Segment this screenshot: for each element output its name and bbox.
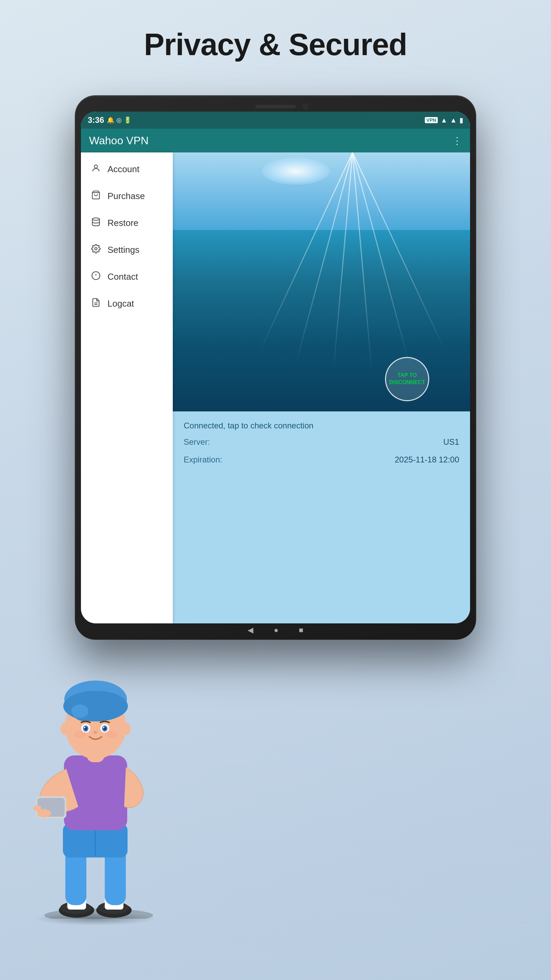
notification-icon: 🔔: [107, 116, 114, 124]
status-time: 3:36: [88, 115, 104, 125]
purchase-icon: [91, 190, 102, 202]
info-panel: Connected, tap to check connection Serve…: [173, 411, 470, 624]
connect-button-wrapper: TAP TO DISCONNECT: [385, 357, 429, 401]
svg-point-0: [94, 165, 97, 168]
server-label: Server:: [184, 437, 210, 447]
svg-point-37: [105, 731, 118, 738]
svg-point-30: [84, 727, 86, 728]
sidebar-item-logcat[interactable]: Logcat: [81, 290, 173, 317]
signal-bars-icon: ▲: [450, 116, 457, 124]
restore-icon: [91, 217, 102, 229]
vpn-content-area: TAP TO DISCONNECT Connected, tap to chec…: [173, 153, 470, 624]
settings-label: Settings: [108, 245, 140, 255]
recents-button[interactable]: ■: [299, 626, 303, 635]
expiration-value: 2025-11-18 12:00: [395, 455, 459, 465]
svg-point-38: [60, 723, 70, 735]
sidebar-item-account[interactable]: Account: [81, 156, 173, 183]
wifi-icon: ▲: [440, 116, 447, 124]
svg-point-43: [33, 805, 41, 811]
account-icon: [91, 163, 102, 175]
expiration-label: Expiration:: [184, 455, 222, 465]
tablet-camera: [303, 104, 308, 109]
expiration-row: Expiration: 2025-11-18 12:00: [184, 453, 459, 466]
home-button[interactable]: ●: [274, 626, 278, 635]
android-nav-bar: ◀ ● ■: [81, 625, 470, 635]
main-content-area: Account Purchase: [81, 153, 470, 624]
disconnect-button[interactable]: TAP TO DISCONNECT: [385, 357, 429, 401]
sidebar-item-settings[interactable]: Settings: [81, 237, 173, 263]
vpn-icon: VPN: [425, 117, 438, 123]
svg-point-2: [92, 218, 100, 220]
location-icon: ◎: [116, 116, 122, 124]
sidebar-drawer: Account Purchase: [81, 153, 173, 624]
settings-icon: [91, 244, 102, 256]
server-row: Server: US1: [184, 436, 459, 448]
battery-status-icon: 🔋: [124, 116, 131, 124]
contact-icon: [91, 271, 102, 283]
logcat-label: Logcat: [108, 298, 134, 309]
status-bar: 3:36 🔔 ◎ 🔋 VPN ▲ ▲ ▮: [81, 111, 470, 129]
status-icons-right: VPN ▲ ▲ ▮: [425, 116, 463, 124]
server-value: US1: [443, 437, 459, 447]
svg-point-39: [121, 723, 130, 735]
tablet-outer-frame: 3:36 🔔 ◎ 🔋 VPN ▲ ▲ ▮ Wahoo VPN ⋮: [75, 95, 476, 640]
account-label: Account: [108, 164, 140, 175]
tablet-speaker: [255, 105, 296, 108]
battery-icon: ▮: [459, 116, 463, 124]
ray-3: [352, 153, 372, 372]
ocean-background: TAP TO DISCONNECT: [173, 153, 470, 411]
svg-point-34: [103, 727, 105, 728]
ray-5: [295, 153, 353, 365]
contact-label: Contact: [108, 272, 138, 282]
svg-point-36: [74, 731, 86, 738]
svg-point-3: [95, 248, 97, 250]
svg-point-35: [93, 730, 97, 734]
svg-point-26: [71, 705, 89, 718]
back-button[interactable]: ◀: [248, 626, 253, 635]
tablet-screen: 3:36 🔔 ◎ 🔋 VPN ▲ ▲ ▮ Wahoo VPN ⋮: [81, 111, 470, 624]
tablet-device: 3:36 🔔 ◎ 🔋 VPN ▲ ▲ ▮ Wahoo VPN ⋮: [75, 95, 476, 640]
sidebar-item-contact[interactable]: Contact: [81, 263, 173, 290]
page-title: Privacy & Secured: [0, 0, 551, 62]
character-figure: [27, 640, 170, 919]
overflow-menu-icon[interactable]: ⋮: [453, 135, 462, 146]
connection-status: Connected, tap to check connection: [184, 421, 459, 430]
sidebar-item-purchase[interactable]: Purchase: [81, 183, 173, 210]
tablet-top-bar: [81, 102, 470, 111]
restore-label: Restore: [108, 218, 138, 228]
purchase-label: Purchase: [108, 191, 145, 202]
logcat-icon: [91, 298, 102, 310]
app-name-label: Wahoo VPN: [89, 134, 149, 147]
character-svg: [27, 640, 170, 919]
status-icons-left: 🔔 ◎ 🔋: [107, 116, 131, 124]
app-toolbar: Wahoo VPN ⋮: [81, 129, 470, 153]
sidebar-item-restore[interactable]: Restore: [81, 210, 173, 237]
